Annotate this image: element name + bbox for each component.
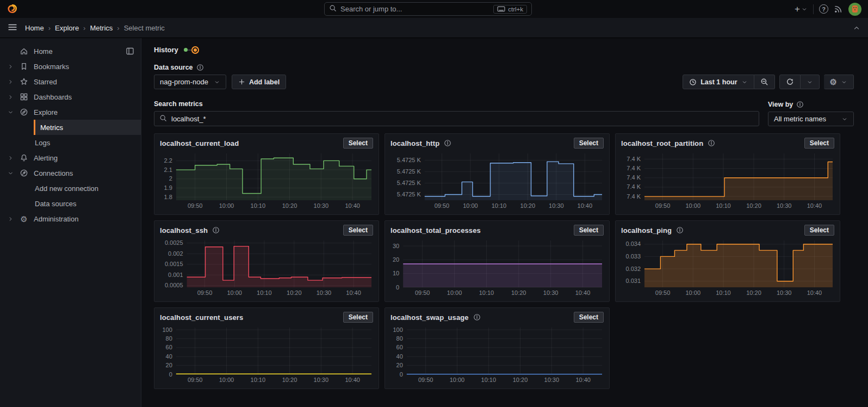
- time-range-picker[interactable]: Last 1 hour: [683, 75, 754, 89]
- select-button[interactable]: Select: [574, 225, 604, 236]
- svg-text:0.002: 0.002: [168, 250, 183, 257]
- select-button[interactable]: Select: [804, 138, 834, 149]
- select-button[interactable]: Select: [574, 312, 604, 323]
- add-label-button[interactable]: Add label: [232, 75, 286, 89]
- sidebar-item-logs[interactable]: Logs: [0, 135, 141, 150]
- chart[interactable]: 09:5010:0010:1010:2010:3010:407.4 K7.4 K…: [621, 150, 834, 211]
- refresh-interval-button[interactable]: [801, 75, 820, 89]
- select-button[interactable]: Select: [343, 312, 373, 323]
- chart[interactable]: 09:5010:0010:1010:2010:3010:401008060402…: [160, 324, 373, 385]
- select-button[interactable]: Select: [343, 225, 373, 236]
- zoom-out-button[interactable]: [754, 75, 775, 89]
- sidebar-item-add-new-connection[interactable]: Add new connection: [0, 181, 141, 196]
- svg-text:5.4725 K: 5.4725 K: [397, 157, 421, 163]
- svg-text:09:50: 09:50: [655, 289, 671, 296]
- svg-text:0: 0: [400, 371, 403, 378]
- global-search-input[interactable]: Search or jump to... ctrl+k: [324, 2, 532, 16]
- info-icon[interactable]: [796, 101, 804, 108]
- info-icon[interactable]: [676, 226, 684, 234]
- select-button[interactable]: Select: [804, 225, 834, 236]
- data-source-picker[interactable]: nag-prom-node: [154, 75, 226, 89]
- svg-text:10:40: 10:40: [345, 377, 360, 383]
- user-avatar[interactable]: [848, 3, 861, 16]
- breadcrumb-explore[interactable]: Explore: [55, 24, 79, 32]
- svg-text:1.8: 1.8: [164, 194, 172, 200]
- svg-text:80: 80: [396, 335, 403, 342]
- sidebar-item-dashboards[interactable]: Dashboards: [0, 89, 141, 104]
- sidebar-item-explore[interactable]: Explore: [0, 104, 141, 120]
- chart[interactable]: 09:5010:0010:1010:2010:3010:402.22.121.9…: [160, 150, 373, 211]
- panel-title: localhost_ssh: [160, 226, 208, 235]
- info-icon[interactable]: [708, 139, 715, 147]
- svg-text:5.4725 K: 5.4725 K: [397, 180, 421, 186]
- select-button[interactable]: Select: [343, 138, 373, 149]
- search-icon: [159, 114, 167, 124]
- sidebar-item-home[interactable]: Home: [0, 44, 141, 59]
- mega-menu-toggle[interactable]: [8, 22, 17, 34]
- collapse-toolbar-button[interactable]: [853, 24, 860, 32]
- svg-text:40: 40: [396, 353, 403, 360]
- metric-panels-grid: localhost_current_load Select 09:5010:00…: [154, 133, 854, 389]
- sidebar-item-data-sources[interactable]: Data sources: [0, 196, 141, 211]
- info-icon[interactable]: [196, 64, 204, 71]
- metrics-search-input[interactable]: [171, 115, 754, 123]
- svg-text:0: 0: [169, 371, 172, 378]
- svg-text:10:00: 10:00: [463, 202, 478, 209]
- chevron-down-icon: [807, 79, 813, 85]
- chevron-down-icon[interactable]: [7, 170, 14, 176]
- svg-text:10:20: 10:20: [511, 289, 526, 296]
- sidebar-item-administration[interactable]: ⚙ Administration: [0, 211, 141, 226]
- chevron-right-icon[interactable]: [7, 94, 14, 100]
- info-icon[interactable]: [473, 313, 481, 321]
- chart[interactable]: 09:5010:0010:1010:2010:3010:400.0340.033…: [621, 237, 834, 298]
- svg-text:0.031: 0.031: [625, 278, 641, 284]
- svg-text:10:30: 10:30: [544, 377, 560, 383]
- chevron-right-icon[interactable]: [7, 155, 14, 161]
- svg-text:10:40: 10:40: [575, 289, 591, 296]
- svg-text:10:20: 10:20: [513, 377, 528, 383]
- svg-text:10:30: 10:30: [777, 289, 792, 296]
- svg-text:10:20: 10:20: [282, 202, 297, 209]
- refresh-button[interactable]: [779, 75, 801, 89]
- zoom-out-icon: [760, 78, 768, 86]
- view-by-picker[interactable]: All metric names: [768, 112, 854, 126]
- nav-sidebar: Home Bookmarks Starred Dashboards Explor…: [0, 38, 141, 407]
- breadcrumb-separator: ›: [48, 24, 51, 32]
- chevron-right-icon[interactable]: [7, 64, 14, 70]
- select-button[interactable]: Select: [574, 138, 604, 149]
- svg-text:10:40: 10:40: [575, 377, 591, 383]
- chart[interactable]: 09:5010:0010:1010:2010:3010:401008060402…: [390, 324, 604, 385]
- help-button[interactable]: ?: [819, 4, 828, 14]
- svg-text:10: 10: [393, 270, 399, 276]
- chevron-right-icon[interactable]: [7, 79, 14, 85]
- chevron-down-icon[interactable]: [7, 109, 14, 115]
- breadcrumb-home[interactable]: Home: [25, 24, 44, 32]
- grafana-logo-icon[interactable]: [7, 3, 18, 15]
- svg-text:10:40: 10:40: [346, 289, 361, 296]
- rss-icon: [834, 4, 843, 14]
- breadcrumb-metrics[interactable]: Metrics: [90, 24, 113, 32]
- new-menu-button[interactable]: +: [795, 4, 808, 14]
- data-source-label: Data source: [154, 64, 193, 71]
- search-metrics-label: Search metrics: [154, 100, 203, 108]
- chevron-right-icon[interactable]: [7, 216, 14, 222]
- history-toggle[interactable]: [184, 46, 199, 54]
- sidebar-item-metrics[interactable]: Metrics: [34, 120, 141, 135]
- settings-button[interactable]: ⚙: [824, 75, 854, 89]
- chart[interactable]: 09:5010:0010:1010:2010:3010:403020100: [390, 237, 604, 298]
- topbar-actions: + ?: [795, 3, 861, 16]
- info-icon[interactable]: [444, 139, 451, 147]
- sidebar-item-bookmarks[interactable]: Bookmarks: [0, 59, 141, 74]
- sidebar-item-starred[interactable]: Starred: [0, 74, 141, 89]
- sidebar-item-connections[interactable]: Connections: [0, 165, 141, 181]
- svg-text:10:30: 10:30: [777, 202, 792, 209]
- svg-text:10:00: 10:00: [219, 377, 234, 383]
- svg-text:10:10: 10:10: [716, 202, 731, 209]
- panel-localhost-ping: localhost_ping Select 09:5010:0010:1010:…: [615, 220, 840, 302]
- dock-menu-button[interactable]: [126, 47, 134, 55]
- news-button[interactable]: [834, 4, 843, 14]
- chart[interactable]: 09:5010:0010:1010:2010:3010:405.4725 K5.…: [390, 150, 604, 211]
- info-icon[interactable]: [212, 226, 220, 234]
- chart[interactable]: 09:5010:0010:1010:2010:3010:400.00250.00…: [160, 237, 373, 298]
- sidebar-item-alerting[interactable]: Alerting: [0, 150, 141, 165]
